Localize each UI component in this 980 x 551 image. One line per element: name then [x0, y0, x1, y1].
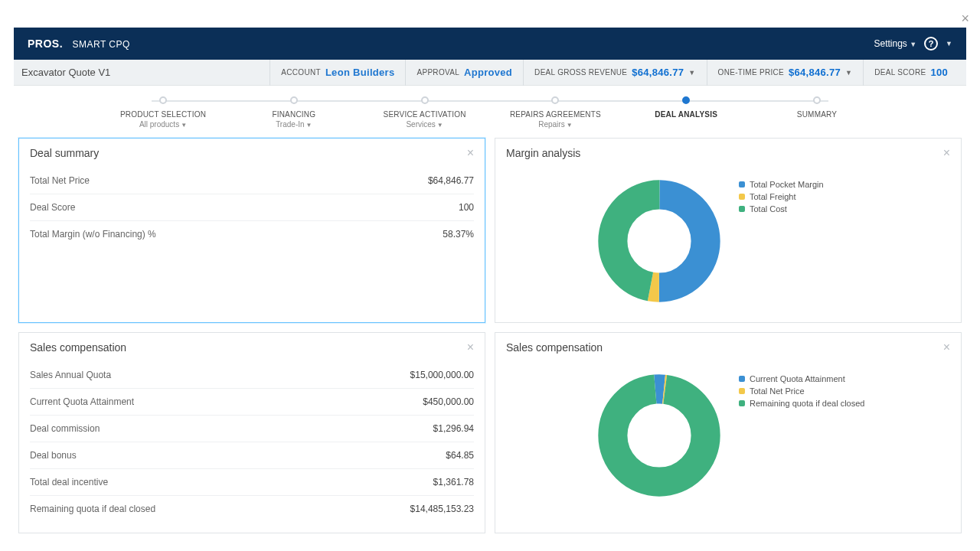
- step-summary[interactable]: SUMMARY: [748, 96, 886, 129]
- step-financing[interactable]: FINANCING Trade-In▼: [225, 96, 363, 129]
- legend-item: Total Freight: [739, 192, 944, 201]
- legend-label: Total Freight: [750, 192, 796, 201]
- row-value: $15,000,000.00: [410, 370, 474, 380]
- panel-margin-analysis: Margin analysis × Total Pocket MarginTot…: [495, 138, 962, 323]
- panel-title: Sales compensation: [30, 341, 126, 354]
- product-name: SMART CPQ: [72, 39, 129, 50]
- list-item: Deal Score100: [30, 194, 474, 221]
- panel-title: Deal summary: [30, 147, 99, 159]
- account-link[interactable]: Leon Builders: [325, 67, 395, 78]
- metric-account: ACCOUNT Leon Builders: [270, 60, 405, 86]
- metric-deal-score: DEAL SCORE 100: [863, 60, 959, 86]
- close-icon[interactable]: ×: [467, 341, 474, 354]
- chevron-down-icon[interactable]: ▼: [946, 40, 952, 47]
- step-service-activation[interactable]: SERVICE ACTIVATION Services▼: [356, 96, 494, 129]
- step-subtitle[interactable]: Repairs▼: [486, 120, 624, 129]
- approval-status[interactable]: Approved: [464, 67, 512, 78]
- step-dot-icon: [813, 96, 821, 104]
- list-item: Total Margin (w/o Financing) %58.37%: [30, 221, 474, 247]
- step-subtitle[interactable]: Trade-In▼: [225, 120, 363, 129]
- step-dot-icon: [421, 96, 429, 104]
- legend-swatch: [739, 376, 745, 382]
- row-label: Remaining quota if deal closed: [30, 504, 155, 514]
- panel-sales-compensation-table: Sales compensation × Sales Annual Quota$…: [18, 332, 485, 533]
- list-item: Remaining quota if deal closed$14,485,15…: [30, 496, 474, 522]
- legend-swatch: [739, 400, 745, 406]
- chevron-down-icon: ▼: [181, 122, 187, 129]
- step-title: SUMMARY: [748, 110, 886, 119]
- row-label: Deal Score: [30, 202, 75, 213]
- close-icon[interactable]: ×: [467, 146, 474, 160]
- panel-sales-compensation-chart: Sales compensation × Current Quota Attai…: [495, 332, 962, 533]
- row-label: Total Margin (w/o Financing) %: [30, 229, 156, 240]
- chevron-down-icon: ▼: [688, 69, 695, 77]
- metric-approval: APPROVAL Approved: [405, 60, 523, 86]
- step-dot-icon: [159, 96, 167, 104]
- quote-sub-header: Excavator Quote V1 ACCOUNT Leon Builders…: [14, 60, 966, 86]
- app-header: PROS. SMART CPQ Settings ▼ ? ▼: [14, 28, 966, 60]
- settings-link[interactable]: Settings ▼: [874, 38, 916, 49]
- step-dot-icon: [290, 96, 298, 104]
- svg-point-7: [612, 389, 705, 481]
- panel-title: Margin analysis: [506, 147, 580, 159]
- step-title: SERVICE ACTIVATION: [356, 110, 494, 119]
- step-title: PRODUCT SELECTION: [94, 110, 232, 119]
- step-title: FINANCING: [225, 110, 363, 119]
- row-label: Deal commission: [30, 423, 100, 434]
- step-subtitle[interactable]: Services▼: [356, 120, 494, 129]
- row-value: 58.37%: [443, 229, 474, 240]
- legend-swatch: [739, 206, 745, 212]
- step-dot-icon: [551, 96, 559, 104]
- svg-point-3: [612, 194, 705, 287]
- legend-swatch: [739, 388, 745, 394]
- row-value: $64,846.77: [428, 175, 474, 186]
- list-item: Deal commission$1,296.94: [30, 416, 474, 442]
- brand-logo-text: PROS.: [28, 37, 63, 50]
- legend-swatch: [739, 194, 745, 200]
- panel-deal-summary: Deal summary × Total Net Price$64,846.77…: [18, 138, 485, 323]
- legend-label: Total Cost: [750, 204, 787, 214]
- step-deal-analysis[interactable]: DEAL ANALYSIS: [617, 96, 755, 129]
- metric-one-time-price[interactable]: ONE-TIME PRICE $64,846.77 ▼: [707, 60, 864, 86]
- legend-label: Remaining quota if deal closed: [750, 399, 864, 408]
- legend-swatch: [739, 181, 745, 187]
- panel-title: Sales compensation: [506, 341, 603, 354]
- list-item: Sales Annual Quota$15,000,000.00: [30, 362, 474, 389]
- row-value: $64.85: [446, 450, 474, 461]
- list-item: Total deal incentive$1,361.78: [30, 469, 474, 496]
- help-icon[interactable]: ?: [924, 37, 938, 51]
- step-dot-icon: [682, 96, 690, 104]
- list-item: Deal bonus$64.85: [30, 442, 474, 469]
- row-label: Sales Annual Quota: [30, 370, 111, 380]
- row-label: Total Net Price: [30, 175, 90, 186]
- legend-label: Total Net Price: [750, 386, 805, 396]
- margin-donut-chart: [506, 168, 739, 311]
- step-title: DEAL ANALYSIS: [617, 110, 755, 119]
- close-icon[interactable]: ×: [943, 341, 950, 354]
- legend-label: Total Pocket Margin: [750, 180, 824, 189]
- step-product-selection[interactable]: PRODUCT SELECTION All products▼: [94, 96, 232, 129]
- close-icon[interactable]: ×: [943, 146, 950, 160]
- row-value: $450,000.00: [423, 396, 474, 407]
- chevron-down-icon: ▼: [567, 122, 573, 129]
- workflow-stepper: PRODUCT SELECTION All products▼ FINANCIN…: [14, 92, 966, 129]
- metric-gross-revenue[interactable]: DEAL GROSS REVENUE $64,846.77 ▼: [523, 60, 706, 86]
- step-subtitle[interactable]: All products▼: [94, 120, 232, 129]
- step-title: REPAIRS AGREEMENTS: [486, 110, 624, 119]
- window-close-icon[interactable]: ×: [961, 11, 969, 27]
- chevron-down-icon: ▼: [437, 122, 443, 129]
- row-value: 100: [459, 202, 474, 213]
- list-item: Current Quota Attainment$450,000.00: [30, 389, 474, 416]
- legend-item: Total Cost: [739, 204, 944, 214]
- legend-item: Current Quota Attainment: [739, 374, 944, 383]
- row-value: $1,361.78: [433, 477, 474, 487]
- step-repairs-agreements[interactable]: REPAIRS AGREEMENTS Repairs▼: [486, 96, 624, 129]
- row-value: $14,485,153.23: [410, 504, 474, 514]
- legend-item: Remaining quota if deal closed: [739, 399, 944, 408]
- row-label: Deal bonus: [30, 450, 77, 461]
- row-label: Total deal incentive: [30, 477, 108, 487]
- chevron-down-icon: ▼: [306, 122, 312, 129]
- legend-label: Current Quota Attainment: [750, 374, 845, 383]
- legend-item: Total Pocket Margin: [739, 180, 944, 189]
- row-label: Current Quota Attainment: [30, 396, 134, 407]
